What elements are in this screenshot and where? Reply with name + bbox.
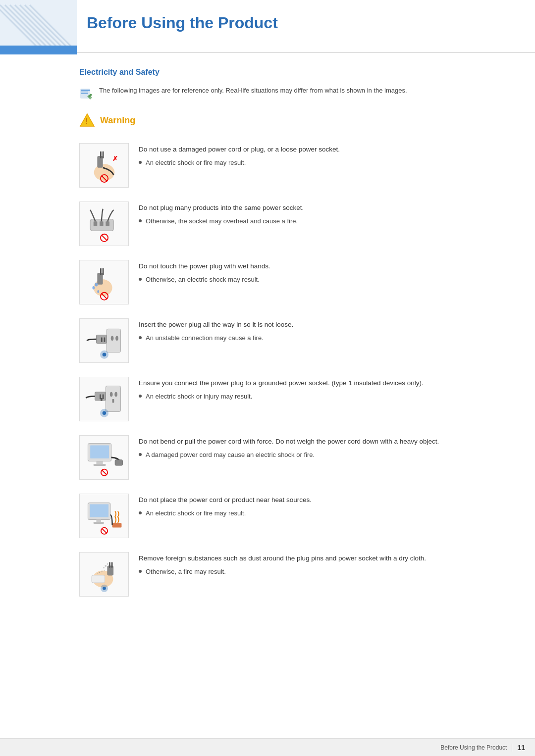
bullet-1 <box>139 161 142 164</box>
svg-text:✗: ✗ <box>112 155 117 162</box>
svg-point-46 <box>109 392 112 397</box>
svg-point-39 <box>115 336 118 341</box>
svg-rect-58 <box>93 464 106 466</box>
item-row-4: Insert the power plug all the way in so … <box>79 318 505 363</box>
svg-rect-18 <box>102 151 104 158</box>
item-image-4 <box>79 318 129 363</box>
svg-rect-30 <box>100 268 102 275</box>
svg-line-7 <box>30 5 74 46</box>
svg-line-5 <box>20 5 64 46</box>
item-image-2 <box>79 202 129 246</box>
item-sub-5: An electric shock or injury may result. <box>139 392 505 401</box>
svg-point-54 <box>102 411 106 415</box>
svg-point-47 <box>114 392 117 397</box>
svg-text:!: ! <box>85 117 88 126</box>
item-content-5: Ensure you connect the power plug to a g… <box>139 377 505 401</box>
warning-label: Warning <box>100 115 135 126</box>
svg-rect-45 <box>106 386 120 412</box>
item-image-1: ✗ <box>79 143 129 188</box>
svg-point-34 <box>97 290 99 293</box>
bullet-6 <box>139 453 142 456</box>
item-content-7: Do not place the power cord or product n… <box>139 494 505 518</box>
page-footer: Before Using the Product 11 <box>0 738 535 756</box>
svg-rect-72 <box>108 562 110 567</box>
item-content-8: Remove foreign substances such as dust a… <box>139 552 505 576</box>
item-sub-text-6: A damaged power cord may cause an electr… <box>146 451 315 459</box>
svg-rect-66 <box>112 523 121 527</box>
item-sub-text-3: Otherwise, an electric shock may result. <box>146 275 260 284</box>
svg-point-33 <box>92 286 95 290</box>
bullet-2 <box>139 219 142 222</box>
header-decoration-svg <box>0 0 77 46</box>
item-sub-text-1: An electric shock or fire may result. <box>146 158 246 167</box>
svg-rect-9 <box>81 90 90 91</box>
svg-rect-17 <box>100 151 102 158</box>
svg-rect-56 <box>90 445 109 458</box>
svg-point-44 <box>102 353 106 357</box>
svg-rect-73 <box>111 562 112 567</box>
svg-rect-37 <box>107 329 120 352</box>
item-row-3: Do not touch the power plug with wet han… <box>79 260 505 304</box>
svg-rect-51 <box>102 395 104 399</box>
item-sub-text-2: Otherwise, the socket may overheat and c… <box>146 217 298 226</box>
footer-divider <box>512 744 512 752</box>
note-block: The following images are for reference o… <box>79 86 505 101</box>
item-main-text-3: Do not touch the power plug with wet han… <box>139 262 505 271</box>
svg-rect-25 <box>106 221 109 226</box>
item-row-2: Do not plug many products into the same … <box>79 202 505 246</box>
item-main-text-8: Remove foreign substances such as dust a… <box>139 554 505 563</box>
svg-point-32 <box>95 283 98 287</box>
item-main-text-6: Do not bend or pull the power cord with … <box>139 437 505 447</box>
item-main-text-4: Insert the power plug all the way in so … <box>139 320 505 330</box>
svg-rect-65 <box>93 522 104 524</box>
svg-rect-59 <box>115 460 122 465</box>
svg-line-6 <box>25 5 69 46</box>
page-title: Before Using the Product <box>0 0 535 42</box>
bullet-7 <box>139 511 142 514</box>
item-content-6: Do not bend or pull the power cord with … <box>139 435 505 459</box>
item-row-8: Remove foreign substances such as dust a… <box>79 552 505 597</box>
bullet-4 <box>139 336 142 339</box>
svg-point-74 <box>105 565 107 567</box>
item-sub-6: A damaged power cord may cause an electr… <box>139 451 505 459</box>
svg-rect-24 <box>100 221 104 226</box>
svg-rect-52 <box>100 398 102 401</box>
item-row-7: Do not place the power cord or product n… <box>79 494 505 538</box>
item-sub-8: Otherwise, a fire may result. <box>139 567 505 576</box>
item-image-7 <box>79 494 129 538</box>
item-row: ✗ Do not use a damaged power cord or plu… <box>79 143 505 188</box>
svg-rect-64 <box>96 520 101 522</box>
svg-point-38 <box>110 336 113 341</box>
page-header: Before Using the Product <box>0 0 535 53</box>
svg-line-4 <box>15 5 59 46</box>
svg-line-2 <box>5 5 50 46</box>
bullet-8 <box>139 570 142 573</box>
item-sub-text-4: An unstable connection may cause a fire. <box>146 334 264 343</box>
svg-rect-42 <box>104 337 105 342</box>
note-text: The following images are for reference o… <box>99 86 407 96</box>
item-sub-7: An electric shock or fire may result. <box>139 509 505 518</box>
svg-rect-70 <box>92 575 105 583</box>
item-image-6 <box>79 435 129 480</box>
item-sub-3: Otherwise, an electric shock may result. <box>139 275 505 284</box>
header-accent <box>0 0 77 54</box>
item-row-6: Do not bend or pull the power cord with … <box>79 435 505 480</box>
item-sub-4: An unstable connection may cause a fire. <box>139 334 505 343</box>
item-sub-text-8: Otherwise, a fire may result. <box>146 567 226 576</box>
item-content-4: Insert the power plug all the way in so … <box>139 318 505 343</box>
item-main-text-5: Ensure you connect the power plug to a g… <box>139 379 505 388</box>
item-content-2: Do not plug many products into the same … <box>139 202 505 226</box>
item-row-5: Ensure you connect the power plug to a g… <box>79 377 505 421</box>
main-content: Electricity and Safety The following ima… <box>0 53 535 640</box>
item-content-1: Do not use a damaged power cord or plug,… <box>139 143 505 167</box>
svg-rect-63 <box>90 504 108 517</box>
item-content-3: Do not touch the power plug with wet han… <box>139 260 505 284</box>
item-image-8 <box>79 552 129 597</box>
page-number: 11 <box>517 744 525 752</box>
svg-line-1 <box>0 5 45 46</box>
svg-point-75 <box>107 563 108 565</box>
svg-rect-48 <box>112 399 114 403</box>
bullet-3 <box>139 278 142 281</box>
svg-line-3 <box>10 5 54 46</box>
warning-icon: ! <box>79 112 95 128</box>
